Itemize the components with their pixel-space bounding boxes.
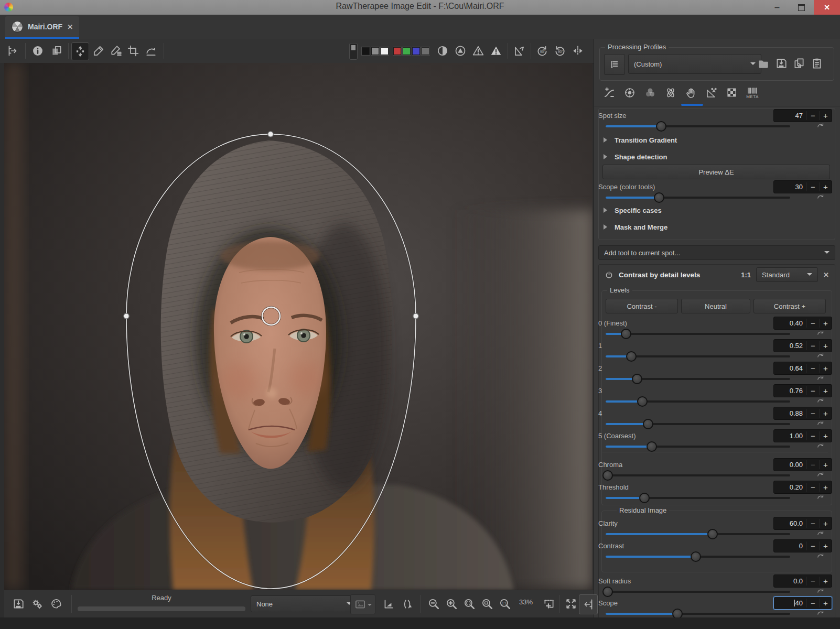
reset-icon[interactable] xyxy=(816,552,825,561)
load-profile-button[interactable] xyxy=(755,55,772,72)
transition-gradient-expander[interactable]: Transition Gradient xyxy=(604,134,677,146)
preview-background-slider[interactable] xyxy=(349,43,358,60)
increment-button[interactable]: + xyxy=(819,431,832,440)
increment-button[interactable]: + xyxy=(819,519,832,528)
image-info-button[interactable] xyxy=(29,42,46,59)
profile-select-dropdown[interactable]: (Custom) xyxy=(628,54,761,74)
tab-transform[interactable] xyxy=(703,84,720,102)
soft-proofing-button[interactable] xyxy=(380,594,397,613)
tab-close-icon[interactable]: ✕ xyxy=(67,23,73,31)
reset-icon[interactable] xyxy=(816,419,825,428)
tab-raw[interactable] xyxy=(723,84,741,102)
fullscreen-button[interactable] xyxy=(562,594,580,613)
tab-mairi-orf[interactable]: Mairi.ORF ✕ xyxy=(5,16,79,39)
remove-tool-icon[interactable]: ✕ xyxy=(823,271,829,279)
slider-thumb[interactable] xyxy=(691,551,701,562)
spot-left-handle[interactable] xyxy=(124,313,129,319)
channel-red-swatch[interactable] xyxy=(393,47,401,55)
color-picker-button[interactable] xyxy=(90,42,107,59)
reset-icon[interactable] xyxy=(816,471,825,480)
increment-button[interactable]: + xyxy=(819,460,832,469)
gamut-check-button[interactable] xyxy=(399,594,416,613)
spot-right-handle[interactable] xyxy=(413,313,418,319)
soft-radius-slider[interactable] xyxy=(606,591,790,593)
level-4-slider[interactable] xyxy=(606,423,790,425)
slider-thumb[interactable] xyxy=(602,470,613,481)
slider-value[interactable]: 0.52 xyxy=(774,342,806,350)
reset-icon[interactable] xyxy=(816,122,825,131)
zoom-in-button[interactable] xyxy=(443,594,460,613)
slider-value[interactable]: 0.88 xyxy=(774,409,806,417)
preview-bg-white-swatch[interactable] xyxy=(381,47,389,55)
level-1-slider[interactable] xyxy=(606,355,790,357)
decrement-button[interactable]: − xyxy=(806,319,819,328)
level-5-slider[interactable] xyxy=(606,446,790,448)
copy-profile-button[interactable] xyxy=(791,55,807,72)
slider-thumb[interactable] xyxy=(637,396,648,407)
rotate-right-90-button[interactable] xyxy=(552,42,568,59)
slider-thumb[interactable] xyxy=(707,529,718,539)
maximize-button[interactable] xyxy=(791,0,812,15)
paste-profile-button[interactable] xyxy=(809,55,825,72)
preview-bg-gray-swatch[interactable] xyxy=(371,47,379,55)
decrement-button[interactable]: − xyxy=(806,386,819,395)
slider-value[interactable]: 0.20 xyxy=(774,483,806,491)
reset-icon[interactable] xyxy=(816,493,825,502)
save-profile-button[interactable] xyxy=(773,55,790,72)
clarity-slider[interactable] xyxy=(606,533,790,535)
reset-icon[interactable] xyxy=(816,374,825,383)
straighten-tool-button[interactable] xyxy=(143,42,159,59)
decrement-button[interactable]: − xyxy=(806,341,819,350)
slider-value[interactable]: 0.64 xyxy=(774,364,806,372)
mask-and-merge-expander[interactable]: Mask and Merge xyxy=(604,221,667,233)
threshold-slider[interactable] xyxy=(606,497,790,499)
spot-top-handle[interactable] xyxy=(268,132,273,137)
chroma-slider[interactable] xyxy=(606,474,790,476)
zoom-100-button[interactable] xyxy=(496,594,514,613)
slider-thumb[interactable] xyxy=(621,329,631,339)
tab-color[interactable] xyxy=(641,84,659,102)
slider-thumb[interactable] xyxy=(626,351,637,362)
hand-move-tool-button[interactable] xyxy=(71,42,89,60)
residual-contrast-slider[interactable] xyxy=(606,556,790,558)
image-canvas[interactable] xyxy=(4,63,593,590)
cbdl-scope-slider[interactable] xyxy=(606,613,790,615)
decrement-button[interactable]: − xyxy=(806,409,819,418)
tab-advanced[interactable] xyxy=(662,84,680,102)
channel-green-swatch[interactable] xyxy=(403,47,411,55)
queue-processing-button[interactable] xyxy=(28,594,46,613)
highlight-clipping-button[interactable] xyxy=(488,42,504,59)
slider-thumb[interactable] xyxy=(643,419,653,429)
reset-icon[interactable] xyxy=(816,397,825,406)
slider-thumb[interactable] xyxy=(632,374,642,384)
level-0-slider[interactable] xyxy=(606,333,790,335)
spot-size-slider[interactable] xyxy=(606,125,790,127)
cbdl-header[interactable]: Contrast by detail levels 1:1 Standard ✕ xyxy=(605,267,829,282)
slider-value[interactable]: 0.76 xyxy=(774,387,806,395)
slider-thumb[interactable] xyxy=(602,587,613,597)
slider-thumb[interactable] xyxy=(656,121,666,132)
reset-icon[interactable] xyxy=(816,352,825,361)
save-image-button[interactable] xyxy=(9,594,27,613)
close-button[interactable]: ✕ xyxy=(814,0,840,15)
level-3-slider[interactable] xyxy=(606,400,790,403)
preview-deltae-button[interactable]: Preview ΔE xyxy=(602,165,830,179)
rotate-left-90-button[interactable] xyxy=(534,42,551,59)
add-detail-window-button[interactable] xyxy=(540,594,558,613)
before-after-view-button[interactable] xyxy=(48,42,65,59)
right-panel-toggle-button[interactable] xyxy=(579,594,598,614)
left-panel-toggle-button[interactable] xyxy=(4,42,21,59)
decrement-button[interactable]: − xyxy=(806,111,819,120)
increment-button[interactable]: + xyxy=(819,341,832,350)
reset-icon[interactable] xyxy=(816,529,825,538)
tab-detail[interactable] xyxy=(621,84,639,102)
level-2-slider[interactable] xyxy=(606,378,790,380)
channel-blue-swatch[interactable] xyxy=(412,47,420,55)
increment-button[interactable]: + xyxy=(819,364,832,373)
reset-icon[interactable] xyxy=(816,193,825,202)
tab-metadata[interactable]: META xyxy=(744,84,761,102)
decrement-button[interactable]: − xyxy=(806,577,819,585)
slider-value[interactable]: 30 xyxy=(774,183,806,191)
monitor-profile-dropdown[interactable]: None xyxy=(251,595,358,612)
decrement-button[interactable]: − xyxy=(806,460,819,469)
